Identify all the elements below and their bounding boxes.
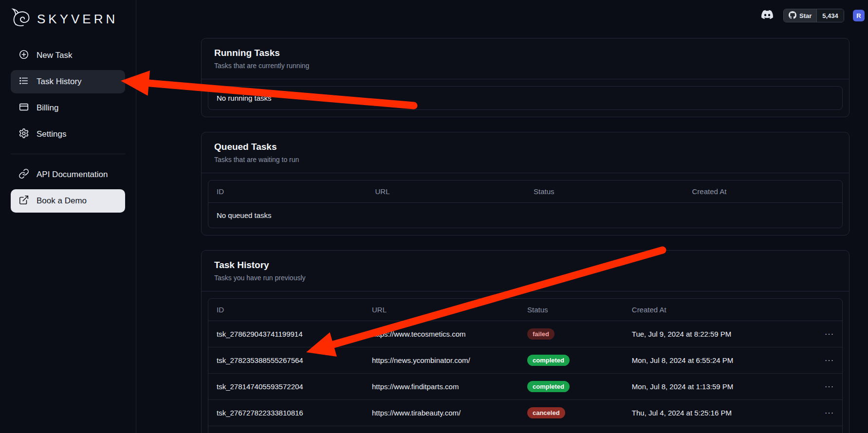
link-icon bbox=[18, 168, 29, 181]
sidebar-item-billing[interactable]: Billing bbox=[11, 96, 125, 120]
task-status-cell: canceled bbox=[519, 400, 624, 426]
brand-name: SKYVERN bbox=[37, 12, 118, 27]
sidebar-item-label: Settings bbox=[37, 129, 66, 139]
task-actions-cell: ··· bbox=[807, 426, 842, 433]
section-title: Running Tasks bbox=[214, 48, 836, 58]
task-url-cell: https://www.tecosmetics.com bbox=[364, 321, 519, 347]
sidebar-item-label: Book a Demo bbox=[37, 196, 87, 206]
task-history-card: Task History Tasks you have run previous… bbox=[201, 250, 850, 433]
sidebar-item-label: API Documentation bbox=[37, 170, 108, 180]
running-tasks-card: Running Tasks Tasks that are currently r… bbox=[201, 38, 850, 117]
column-header-actions bbox=[807, 299, 842, 321]
task-history-row[interactable]: tsk_274180139292204058https://www.geico.… bbox=[208, 426, 842, 433]
sidebar-secondary-nav: API Documentation Book a Demo bbox=[11, 163, 125, 213]
queued-empty-row: No queued tasks bbox=[208, 203, 842, 228]
task-status-cell: completed bbox=[519, 426, 624, 433]
task-history-row[interactable]: tsk_278629043741199914https://www.tecosm… bbox=[208, 321, 842, 347]
column-header-url: URL bbox=[364, 299, 519, 321]
column-header-created-at: Created At bbox=[684, 180, 843, 203]
github-star-button[interactable]: Star bbox=[784, 9, 817, 22]
section-subtitle: Tasks that are waiting to run bbox=[214, 156, 836, 163]
avatar[interactable]: R bbox=[853, 10, 865, 21]
sidebar-item-task-history[interactable]: Task History bbox=[11, 70, 125, 93]
task-url-cell: https://www.finditparts.com bbox=[364, 374, 519, 400]
task-id-cell: tsk_278629043741199914 bbox=[208, 321, 364, 347]
task-status-cell: completed bbox=[519, 374, 624, 400]
section-title: Queued Tasks bbox=[214, 142, 836, 152]
section-subtitle: Tasks that are currently running bbox=[214, 62, 836, 70]
task-status-cell: completed bbox=[519, 347, 624, 374]
task-created-cell: Thu, Jun 27, 2024 at 8:38:58 PM bbox=[624, 426, 808, 433]
task-history-header: Task History Tasks you have run previous… bbox=[202, 251, 849, 291]
task-id-cell: tsk_278235388555267564 bbox=[208, 347, 364, 374]
row-actions-button[interactable]: ··· bbox=[825, 409, 834, 417]
sidebar-item-book-a-demo[interactable]: Book a Demo bbox=[11, 189, 125, 213]
running-tasks-empty-state: No running tasks bbox=[208, 86, 843, 110]
github-star-count[interactable]: 5,434 bbox=[817, 9, 844, 22]
queued-tasks-card: Queued Tasks Tasks that are waiting to r… bbox=[201, 132, 850, 235]
gear-icon bbox=[18, 128, 29, 141]
task-history-row[interactable]: tsk_276727822333810816https://www.tirabe… bbox=[208, 400, 842, 426]
task-id-cell: tsk_276727822333810816 bbox=[208, 400, 364, 426]
row-actions-button[interactable]: ··· bbox=[825, 356, 834, 365]
sidebar-item-new-task[interactable]: New Task bbox=[11, 44, 125, 67]
task-created-cell: Mon, Jul 8, 2024 at 6:55:24 PM bbox=[624, 347, 808, 374]
status-badge: completed bbox=[527, 355, 570, 366]
queued-table-head-row: IDURLStatusCreated At bbox=[208, 180, 842, 203]
task-actions-cell: ··· bbox=[807, 347, 842, 374]
task-id-cell: tsk_278147405593572204 bbox=[208, 374, 364, 400]
brand-logo: SKYVERN bbox=[11, 7, 125, 31]
task-actions-cell: ··· bbox=[807, 321, 842, 347]
external-link-icon bbox=[18, 195, 29, 208]
main-content: Running Tasks Tasks that are currently r… bbox=[137, 0, 868, 433]
running-tasks-body: No running tasks bbox=[202, 79, 849, 117]
column-header-url: URL bbox=[367, 180, 526, 203]
sidebar-nav: New Task Task History Billing bbox=[11, 44, 125, 146]
sidebar-item-label: New Task bbox=[37, 51, 72, 60]
sidebar-item-api-documentation[interactable]: API Documentation bbox=[11, 163, 125, 186]
task-created-cell: Tue, Jul 9, 2024 at 8:22:59 PM bbox=[624, 321, 808, 347]
column-header-id: ID bbox=[208, 180, 367, 203]
task-status-cell: failed bbox=[519, 321, 624, 347]
running-tasks-header: Running Tasks Tasks that are currently r… bbox=[202, 38, 849, 79]
task-url-cell: https://www.geico.com bbox=[364, 426, 519, 433]
discord-icon[interactable] bbox=[760, 9, 775, 22]
topbar: Star 5,434 R Sk bbox=[137, 0, 868, 31]
task-created-cell: Thu, Jul 4, 2024 at 5:25:16 PM bbox=[624, 400, 808, 426]
plus-circle-icon bbox=[18, 49, 29, 62]
section-title: Task History bbox=[214, 260, 836, 271]
billing-card-icon bbox=[18, 102, 29, 115]
task-actions-cell: ··· bbox=[807, 374, 842, 400]
task-url-cell: https://news.ycombinator.com/ bbox=[364, 347, 519, 374]
row-actions-button[interactable]: ··· bbox=[825, 330, 834, 339]
column-header-status: Status bbox=[525, 180, 684, 203]
github-star-widget[interactable]: Star 5,434 bbox=[783, 9, 844, 22]
queued-tasks-header: Queued Tasks Tasks that are waiting to r… bbox=[202, 132, 849, 173]
sidebar: SKYVERN New Task Task History bbox=[0, 0, 136, 433]
list-icon bbox=[18, 75, 29, 89]
task-history-row[interactable]: tsk_278235388555267564https://news.ycomb… bbox=[208, 347, 842, 374]
sidebar-item-label: Billing bbox=[37, 103, 58, 113]
sidebar-divider bbox=[11, 154, 125, 154]
column-header-status: Status bbox=[519, 299, 624, 321]
status-badge: canceled bbox=[527, 407, 565, 418]
task-history-table: IDURLStatusCreated At tsk_27862904374119… bbox=[208, 299, 842, 433]
status-badge: failed bbox=[527, 328, 554, 340]
task-id-cell: tsk_274180139292204058 bbox=[208, 426, 364, 433]
task-actions-cell: ··· bbox=[807, 400, 842, 426]
account-button[interactable]: R Sk bbox=[853, 10, 868, 21]
task-created-cell: Mon, Jul 8, 2024 at 1:13:59 PM bbox=[624, 374, 808, 400]
queued-empty-text: No queued tasks bbox=[208, 203, 842, 228]
row-actions-button[interactable]: ··· bbox=[825, 382, 834, 391]
column-header-created-at: Created At bbox=[624, 299, 808, 321]
github-star-label: Star bbox=[799, 12, 812, 19]
sidebar-item-label: Task History bbox=[37, 77, 82, 87]
section-subtitle: Tasks you have run previously bbox=[214, 274, 836, 282]
status-badge: completed bbox=[527, 381, 570, 392]
task-url-cell: https://www.tirabeauty.com/ bbox=[364, 400, 519, 426]
column-header-id: ID bbox=[208, 299, 364, 321]
queued-tasks-body: IDURLStatusCreated At No queued tasks bbox=[202, 173, 849, 235]
history-table-head-row: IDURLStatusCreated At bbox=[208, 299, 842, 321]
sidebar-item-settings[interactable]: Settings bbox=[11, 123, 125, 146]
task-history-row[interactable]: tsk_278147405593572204https://www.findit… bbox=[208, 374, 842, 400]
